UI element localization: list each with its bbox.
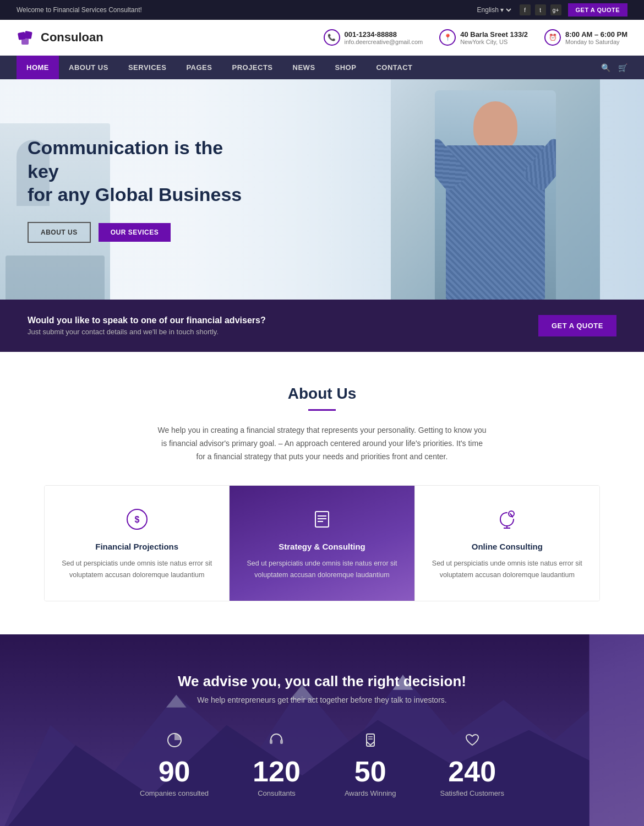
cta-main-text: Would you like to speak to one of our fi… xyxy=(28,316,266,325)
stat-consultants-number: 120 xyxy=(253,757,301,786)
top-bar-right: English ▾ f t g+ GET A QUOTE xyxy=(475,3,627,17)
phone-info: 001-1234-88888 info.deercreative@gmail.c… xyxy=(345,30,423,45)
about-description: We help you in creating a financial stra… xyxy=(157,424,487,463)
get-quote-top-button[interactable]: GET A QUOTE xyxy=(568,3,627,17)
stats-grid: 90 Companies consulted 120 Consultants xyxy=(28,732,616,797)
logo-name: Consuloan xyxy=(41,30,103,45)
facebook-icon[interactable]: f xyxy=(520,4,531,15)
stat-companies: 90 Companies consulted xyxy=(140,732,209,797)
online-desc: Sed ut perspiciatis unde omnis iste natu… xyxy=(430,558,584,580)
svg-rect-2 xyxy=(21,37,29,45)
nav-news[interactable]: NEWS xyxy=(283,56,325,79)
about-divider xyxy=(308,409,336,411)
cta-text: Would you like to speak to one of our fi… xyxy=(28,316,266,336)
nav-home[interactable]: HOME xyxy=(17,56,59,79)
location-info: 40 Barla Sreet 133/2 NewYork City, US xyxy=(460,30,528,45)
about-us-button[interactable]: ABOUT US xyxy=(28,222,91,243)
cta-banner: Would you like to speak to one of our fi… xyxy=(0,300,644,352)
stat-customers-number: 240 xyxy=(440,757,504,786)
service-card-strategy: Strategy & Consulting Sed ut perspiciati… xyxy=(230,486,414,600)
nav-icons: 🔍 🛒 xyxy=(601,63,627,72)
about-title: About Us xyxy=(44,385,600,403)
header: Consuloan 📞 001-1234-88888 info.deercrea… xyxy=(0,20,644,56)
phone-icon: 📞 xyxy=(324,29,340,46)
stat-awards: 50 Awards Winning xyxy=(345,732,396,797)
service-card-online: Online Consulting Sed ut perspiciatis un… xyxy=(415,486,599,600)
top-bar: Welcome to Financial Services Consultant… xyxy=(0,0,644,20)
chart-pie-icon xyxy=(140,732,209,752)
heart-icon xyxy=(440,732,504,752)
location-icon: 📍 xyxy=(439,29,456,46)
financial-desc: Sed ut perspiciatis unde omnis iste natu… xyxy=(60,558,214,580)
financial-title: Financial Projections xyxy=(60,542,214,551)
clock-icon: ⏰ xyxy=(544,29,561,46)
stats-content: We advise you, you call the right decisi… xyxy=(28,673,616,797)
stat-consultants: 120 Consultants xyxy=(253,732,301,797)
stat-awards-label: Awards Winning xyxy=(345,789,396,797)
our-services-button[interactable]: OUR SEVICES xyxy=(99,223,171,242)
bookmark-icon xyxy=(345,732,396,752)
logo-icon xyxy=(17,28,36,47)
phone-email: info.deercreative@gmail.com xyxy=(345,39,423,45)
stat-awards-number: 50 xyxy=(345,757,396,786)
svg-rect-20 xyxy=(280,740,283,744)
service-card-financial: $ Financial Projections Sed ut perspicia… xyxy=(45,486,230,600)
headset-icon xyxy=(253,732,301,752)
svg-rect-19 xyxy=(270,740,272,744)
twitter-icon[interactable]: t xyxy=(535,4,546,15)
stat-companies-number: 90 xyxy=(140,757,209,786)
cta-get-quote-button[interactable]: GET A QUOTE xyxy=(538,315,616,336)
nav-about[interactable]: ABOUT US xyxy=(59,56,118,79)
online-icon xyxy=(493,506,521,533)
hero-content: Communication is the key for any Global … xyxy=(0,136,286,243)
strategy-title: Strategy & Consulting xyxy=(245,542,399,551)
service-cards: $ Financial Projections Sed ut perspicia… xyxy=(44,485,600,601)
cta-sub-text: Just submit your contact details and we'… xyxy=(28,328,266,336)
location-city: NewYork City, US xyxy=(460,39,528,45)
navigation: HOME ABOUT US SERVICES PAGES PROJECTS NE… xyxy=(0,56,644,79)
nav-contact[interactable]: CONTACT xyxy=(366,56,422,79)
nav-items: HOME ABOUT US SERVICES PAGES PROJECTS NE… xyxy=(17,56,601,79)
stats-title: We advise you, you call the right decisi… xyxy=(28,673,616,690)
hero-buttons: ABOUT US OUR SEVICES xyxy=(28,222,259,243)
nav-services[interactable]: SERVICES xyxy=(118,56,177,79)
hero-title: Communication is the key for any Global … xyxy=(28,136,259,206)
strategy-icon xyxy=(308,506,336,533)
hours-time: 8:00 AM – 6:00 PM xyxy=(565,30,627,39)
phone-number: 001-1234-88888 xyxy=(345,30,423,39)
stat-customers: 240 Satisfied Customers xyxy=(440,732,504,797)
hero-section: Communication is the key for any Global … xyxy=(0,79,644,300)
financial-icon: $ xyxy=(123,506,151,533)
stat-customers-label: Satisfied Customers xyxy=(440,789,504,797)
hours-days: Monday to Saturday xyxy=(565,39,627,45)
contact-location: 📍 40 Barla Sreet 133/2 NewYork City, US xyxy=(439,29,528,46)
location-address: 40 Barla Sreet 133/2 xyxy=(460,30,528,39)
about-section: About Us We help you in creating a finan… xyxy=(0,352,644,634)
nav-pages[interactable]: PAGES xyxy=(176,56,222,79)
language-select[interactable]: English ▾ xyxy=(475,6,513,14)
stats-subtitle: We help entrepreneurs get their act toge… xyxy=(28,695,616,704)
header-contacts: 📞 001-1234-88888 info.deercreative@gmail… xyxy=(324,29,627,46)
stats-section: We advise you, you call the right decisi… xyxy=(0,634,644,826)
googleplus-icon[interactable]: g+ xyxy=(550,4,561,15)
contact-phone: 📞 001-1234-88888 info.deercreative@gmail… xyxy=(324,29,423,46)
stat-companies-label: Companies consulted xyxy=(140,789,209,797)
social-icons: f t g+ xyxy=(520,4,561,15)
svg-text:$: $ xyxy=(134,515,139,524)
hours-info: 8:00 AM – 6:00 PM Monday to Saturday xyxy=(565,30,627,45)
contact-hours: ⏰ 8:00 AM – 6:00 PM Monday to Saturday xyxy=(544,29,627,46)
welcome-text: Welcome to Financial Services Consultant… xyxy=(17,6,142,14)
online-title: Online Consulting xyxy=(430,542,584,551)
stat-consultants-label: Consultants xyxy=(253,789,301,797)
nav-shop[interactable]: SHOP xyxy=(325,56,367,79)
nav-projects[interactable]: PROJECTS xyxy=(222,56,282,79)
logo[interactable]: Consuloan xyxy=(17,28,103,47)
cart-icon[interactable]: 🛒 xyxy=(618,63,627,72)
strategy-desc: Sed ut perspiciatis unde omnis iste natu… xyxy=(245,558,399,580)
search-icon[interactable]: 🔍 xyxy=(601,63,610,72)
